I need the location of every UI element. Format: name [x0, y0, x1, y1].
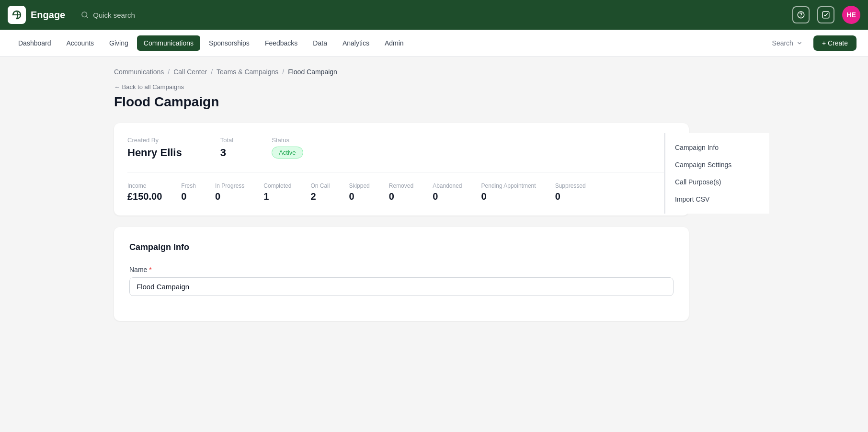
nav-sponsorships[interactable]: Sponsorships	[202, 35, 256, 51]
stat-completed: Completed 1	[263, 182, 291, 202]
secondary-nav: Dashboard Accounts Giving Communications…	[0, 30, 868, 57]
chevron-down-icon	[796, 40, 803, 46]
stat-pending-appointment: Pending Appointment 0	[481, 182, 536, 202]
nav-data[interactable]: Data	[306, 35, 334, 51]
user-avatar[interactable]: HE	[842, 6, 860, 24]
side-nav-call-purposes[interactable]: Call Purpose(s)	[665, 173, 769, 191]
stat-skipped: Skipped 0	[349, 182, 369, 202]
breadcrumb-call-center[interactable]: Call Center	[173, 68, 207, 76]
created-by-group: Created By Henry Ellis	[127, 136, 182, 159]
side-nav: Campaign Info Campaign Settings Call Pur…	[664, 133, 769, 214]
total-value: 3	[220, 147, 233, 159]
main-nav: Dashboard Accounts Giving Communications…	[11, 35, 411, 51]
pending-appointment-value: 0	[481, 191, 536, 202]
name-label: Name *	[129, 266, 674, 273]
completed-label: Completed	[263, 182, 291, 189]
status-badge: Active	[272, 147, 303, 159]
stat-on-call: On Call 2	[310, 182, 330, 202]
stat-suppressed: Suppressed 0	[555, 182, 586, 202]
breadcrumb: Communications / Call Center / Teams & C…	[114, 68, 754, 76]
fresh-value: 0	[181, 191, 196, 202]
page-title: Flood Campaign	[114, 94, 754, 110]
in-progress-label: In Progress	[215, 182, 244, 189]
stat-abandoned: Abandoned 0	[433, 182, 462, 202]
search-dropdown[interactable]: Search	[767, 36, 808, 50]
quick-search-label: Quick search	[93, 11, 135, 19]
back-link[interactable]: ← Back to all Campaigns	[114, 83, 754, 91]
fresh-label: Fresh	[181, 182, 196, 189]
total-group: Total 3	[220, 136, 233, 159]
nav-dashboard[interactable]: Dashboard	[11, 35, 58, 51]
svg-point-2	[801, 17, 801, 17]
on-call-value: 2	[310, 191, 330, 202]
logo-icon	[8, 6, 26, 24]
status-label: Status	[272, 136, 303, 144]
breadcrumb-sep-3: /	[282, 68, 284, 76]
abandoned-value: 0	[433, 191, 462, 202]
income-value: £150.00	[127, 191, 162, 202]
breadcrumb-current: Flood Campaign	[288, 68, 337, 76]
nav-communications[interactable]: Communications	[137, 35, 200, 51]
breadcrumb-sep-2: /	[211, 68, 213, 76]
income-label: Income	[127, 182, 162, 189]
total-label: Total	[220, 136, 233, 144]
nav-giving[interactable]: Giving	[103, 35, 135, 51]
create-button[interactable]: + Create	[813, 35, 857, 51]
stat-fresh: Fresh 0	[181, 182, 196, 202]
top-bar: Engage Quick search HE	[0, 0, 868, 30]
campaign-info-section: Campaign Info Name *	[114, 227, 689, 321]
side-nav-campaign-info[interactable]: Campaign Info	[665, 139, 769, 156]
search-icon	[80, 11, 89, 19]
side-nav-campaign-settings[interactable]: Campaign Settings	[665, 156, 769, 173]
help-button[interactable]	[792, 6, 810, 23]
quick-search-area[interactable]: Quick search	[80, 11, 135, 19]
completed-value: 1	[263, 191, 291, 202]
status-group: Status Active	[272, 136, 303, 159]
breadcrumb-sep-1: /	[168, 68, 170, 76]
skipped-value: 0	[349, 191, 369, 202]
skipped-label: Skipped	[349, 182, 369, 189]
abandoned-label: Abandoned	[433, 182, 462, 189]
on-call-label: On Call	[310, 182, 330, 189]
nav-admin[interactable]: Admin	[378, 35, 411, 51]
stats-top: Created By Henry Ellis Total 3 Status Ac…	[127, 136, 675, 159]
svg-point-0	[82, 12, 87, 17]
nav-feedbacks[interactable]: Feedbacks	[258, 35, 304, 51]
name-form-group: Name *	[129, 266, 674, 296]
stat-in-progress: In Progress 0	[215, 182, 244, 202]
pending-appointment-label: Pending Appointment	[481, 182, 536, 189]
stat-income: Income £150.00	[127, 182, 162, 202]
stats-bottom: Income £150.00 Fresh 0 In Progress 0 Com…	[127, 172, 675, 202]
created-by-value: Henry Ellis	[127, 147, 182, 159]
stat-removed: Removed 0	[389, 182, 413, 202]
suppressed-label: Suppressed	[555, 182, 586, 189]
stats-card: Created By Henry Ellis Total 3 Status Ac…	[114, 123, 689, 216]
created-by-label: Created By	[127, 136, 182, 144]
app-name: Engage	[31, 10, 65, 21]
breadcrumb-communications[interactable]: Communications	[114, 68, 164, 76]
suppressed-value: 0	[555, 191, 586, 202]
breadcrumb-teams-campaigns[interactable]: Teams & Campaigns	[217, 68, 278, 76]
removed-label: Removed	[389, 182, 413, 189]
in-progress-value: 0	[215, 191, 244, 202]
nav-right: Search + Create	[767, 35, 857, 51]
campaign-name-input[interactable]	[129, 277, 674, 296]
required-indicator: *	[149, 266, 151, 273]
side-nav-import-csv[interactable]: Import CSV	[665, 191, 769, 208]
nav-analytics[interactable]: Analytics	[336, 35, 376, 51]
removed-value: 0	[389, 191, 413, 202]
top-bar-right: HE	[792, 6, 860, 24]
logo-area: Engage	[8, 6, 65, 24]
tasks-button[interactable]	[817, 6, 834, 23]
search-label: Search	[772, 39, 793, 47]
campaign-info-title: Campaign Info	[129, 242, 674, 252]
nav-accounts[interactable]: Accounts	[60, 35, 101, 51]
main-content: Communications / Call Center / Teams & C…	[99, 57, 769, 332]
